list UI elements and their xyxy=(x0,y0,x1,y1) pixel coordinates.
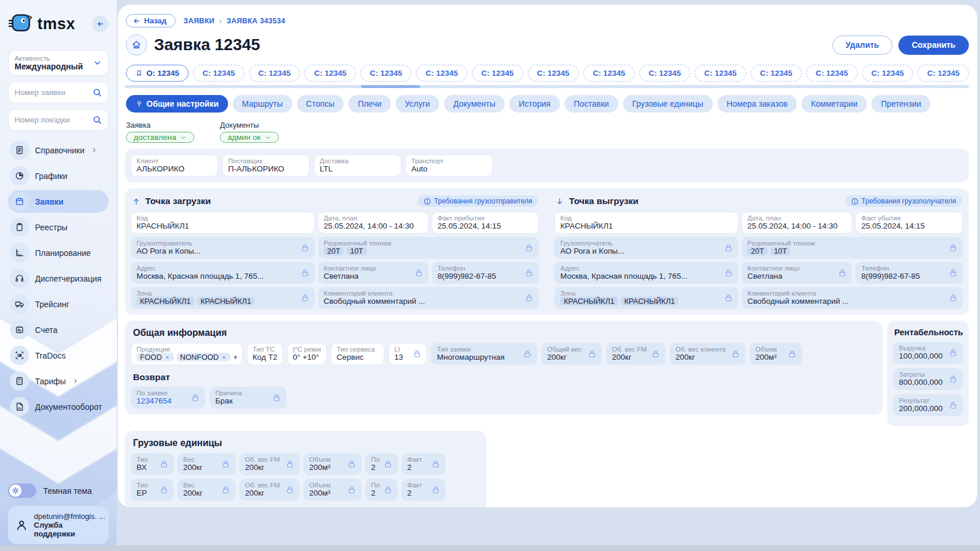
field-consignee[interactable]: ГрузополучательАО Рога и Копы... xyxy=(554,237,738,259)
field-fm-weight[interactable]: Об. вес FM200кг xyxy=(606,343,666,365)
field-vehicle-type[interactable]: Тип ТСКод Т20 xyxy=(247,343,283,365)
sidebar-item-registries[interactable]: Реестры xyxy=(8,216,108,238)
field-costs[interactable]: Затраты800,000,000 xyxy=(893,368,963,390)
field-fm-weight[interactable]: Об. вес FM200кг xyxy=(239,479,300,501)
tab-12[interactable]: Претензии xyxy=(872,95,930,113)
dark-theme-toggle[interactable] xyxy=(8,483,36,498)
field-phone[interactable]: Телефон8(999)982-67-85 xyxy=(432,262,540,284)
sidebar-item-invoices[interactable]: Счета xyxy=(8,318,108,341)
field-code[interactable]: КодКРАСНЫЙКЛ1 xyxy=(554,212,738,234)
field-volume[interactable]: Объем200м³ xyxy=(303,453,362,475)
order-chip-12[interactable]: C: 12345 xyxy=(806,65,858,82)
tab-1[interactable]: Общие настройки xyxy=(126,95,228,113)
order-chip-4[interactable]: C: 12345 xyxy=(360,65,412,82)
field-type[interactable]: ТипЕР xyxy=(131,479,174,501)
chips-scrollbar[interactable] xyxy=(125,85,969,88)
order-chip-3[interactable]: C: 12345 xyxy=(304,65,356,82)
order-chip-5[interactable]: C: 12345 xyxy=(416,65,467,82)
field-reason[interactable]: ПричинаБрак xyxy=(209,387,286,409)
field-tonnage[interactable]: Разрешенный тоннаж20Т10Т xyxy=(741,237,963,259)
field-temp-mode[interactable]: t°C режим0° +10° xyxy=(287,343,327,365)
field-contact[interactable]: Контактное лицоСветлана xyxy=(741,262,852,284)
field-plan[interactable]: План2 xyxy=(365,479,398,501)
tab-10[interactable]: Номера заказов xyxy=(718,95,797,113)
field-comment[interactable]: Комментарий клиентаСвободный комментарий… xyxy=(318,287,540,309)
request-status-badge[interactable]: доставлена xyxy=(126,132,194,143)
order-chip-9[interactable]: C: 12345 xyxy=(639,65,691,82)
order-chip-11[interactable]: C: 12345 xyxy=(751,65,802,82)
field-type[interactable]: ТипВХ xyxy=(131,453,174,475)
field-products[interactable]: ПродукцияFOODNONFOOD+ 2 xyxy=(131,343,243,365)
field-weight[interactable]: Вес200кг xyxy=(177,453,236,475)
field-fact[interactable]: Факт2 xyxy=(401,453,446,475)
sidebar-item-directories[interactable]: Справочники xyxy=(8,139,108,162)
order-chip-14[interactable]: C: 12345 xyxy=(918,65,969,82)
field-volume[interactable]: Объем200м³ xyxy=(750,343,802,365)
field-weight[interactable]: Вес200кг xyxy=(177,479,236,501)
save-button[interactable]: Сохранить xyxy=(898,36,969,55)
request-number-input[interactable] xyxy=(15,88,92,97)
chips-scrollbar-thumb[interactable] xyxy=(361,85,420,88)
field-zone[interactable]: ЗонаКРАСНЫЙКЛ1КРАСНЫЙКЛ1 xyxy=(554,287,738,309)
sidebar-item-tariffs[interactable]: Тарифы xyxy=(8,370,108,392)
field-address[interactable]: АдресМосква, Красная площадь 1, 765... xyxy=(131,262,315,284)
breadcrumb-root[interactable]: ЗАЯВКИ xyxy=(184,17,215,25)
field-by-request[interactable]: По заявке12347654 xyxy=(131,387,205,409)
sidebar-collapse-button[interactable] xyxy=(92,16,108,32)
tab-11[interactable]: Комметарии xyxy=(802,95,867,113)
user-card[interactable]: dpetunin@fmlogis. ... Служба поддержки xyxy=(8,506,108,544)
remove-tag-icon[interactable] xyxy=(164,355,170,360)
order-chip-6[interactable]: C: 12345 xyxy=(472,65,523,82)
field-tonnage[interactable]: Разрешенный тоннаж20Т10Т xyxy=(318,237,540,259)
shipper-requirements-badge[interactable]: Требования грузоотправителя xyxy=(418,195,538,207)
activity-select[interactable]: Активность Международный xyxy=(8,50,108,76)
tab-8[interactable]: Поставки xyxy=(565,95,618,113)
order-chip-13[interactable]: C: 12345 xyxy=(862,65,914,82)
field-plan[interactable]: План2 xyxy=(365,453,398,475)
field-volume[interactable]: Объем200м³ xyxy=(303,479,362,501)
field-client-weight[interactable]: Об. вес клиента200кг xyxy=(670,343,746,365)
sidebar-item-dispatching[interactable]: Диспетчеризация xyxy=(8,267,108,290)
field-date-plan[interactable]: Дата, план25.05.2024, 14:00 - 14:30 xyxy=(741,212,852,234)
field-fm-weight[interactable]: Об. вес FM200кг xyxy=(239,453,300,475)
field-revenue[interactable]: Выручка100,000,000 xyxy=(893,342,963,364)
tab-6[interactable]: Документы xyxy=(444,95,505,113)
field-contact[interactable]: Контактное лицоСветлана xyxy=(318,262,429,284)
field-li[interactable]: LI13 xyxy=(388,343,427,365)
field-result[interactable]: Результат200,000,000 xyxy=(893,394,963,416)
remove-tag-icon[interactable] xyxy=(221,355,227,360)
order-chip-7[interactable]: C: 12345 xyxy=(528,65,579,82)
sidebar-item-docflow[interactable]: Документооборот xyxy=(8,395,108,418)
field-shipper[interactable]: ГрузоотправительАО Рога и Копы... xyxy=(131,237,315,259)
tab-4[interactable]: Плечи xyxy=(348,95,391,113)
sidebar-item-planning[interactable]: Планирование xyxy=(8,241,108,264)
sidebar-item-tracing[interactable]: Трейсинг xyxy=(8,293,108,315)
request-number-search[interactable] xyxy=(8,82,108,103)
order-chip-active[interactable]: O: 12345 xyxy=(126,65,188,82)
tab-3[interactable]: Стопсы xyxy=(297,95,344,113)
delete-button[interactable]: Удалить xyxy=(832,36,892,55)
back-button[interactable]: Назад xyxy=(126,14,176,27)
tab-5[interactable]: Услуги xyxy=(396,95,439,113)
field-fact-arrive[interactable]: Факт прибытия25.05.2024, 14:15 xyxy=(432,212,540,234)
field-service-type[interactable]: Тип сервисаСервис xyxy=(331,343,384,365)
documents-status-badge[interactable]: админ ок xyxy=(220,132,279,143)
field-date-plan[interactable]: Дата, план25.05.2024, 14:00 - 14:30 xyxy=(318,212,429,234)
tab-7[interactable]: История xyxy=(509,95,559,113)
sidebar-item-tradocs[interactable]: TraDocs xyxy=(8,344,108,367)
order-chip-10[interactable]: C: 12345 xyxy=(695,65,746,82)
trip-number-input[interactable] xyxy=(15,115,92,124)
sidebar-item-requests[interactable]: Заявки xyxy=(8,190,108,213)
field-zone[interactable]: ЗонаКРАСНЫЙКЛ1КРАСНЫЙКЛ1 xyxy=(131,287,315,309)
field-client[interactable]: КлиентАЛЬКОРИКО xyxy=(131,155,218,177)
field-transport[interactable]: ТранспортAuto xyxy=(405,155,493,177)
tab-2[interactable]: Маршруты xyxy=(233,95,292,113)
field-supplier[interactable]: ПоставщикП-АЛЬКОРИКО xyxy=(222,155,310,177)
field-delivery[interactable]: ДоставкаLTL xyxy=(314,155,401,177)
field-fact-depart[interactable]: Факт убытия25.05.2024, 14:15 xyxy=(855,212,963,234)
field-address[interactable]: АдресМосква, Красная площадь 1, 765... xyxy=(554,262,738,284)
order-chip-8[interactable]: C: 12345 xyxy=(583,65,635,82)
home-icon[interactable] xyxy=(126,34,147,55)
field-code[interactable]: КодКРАСНЫЙКЛ1 xyxy=(131,212,315,234)
field-comment[interactable]: Комментарий клиентаСвободный комментарий… xyxy=(741,287,963,309)
